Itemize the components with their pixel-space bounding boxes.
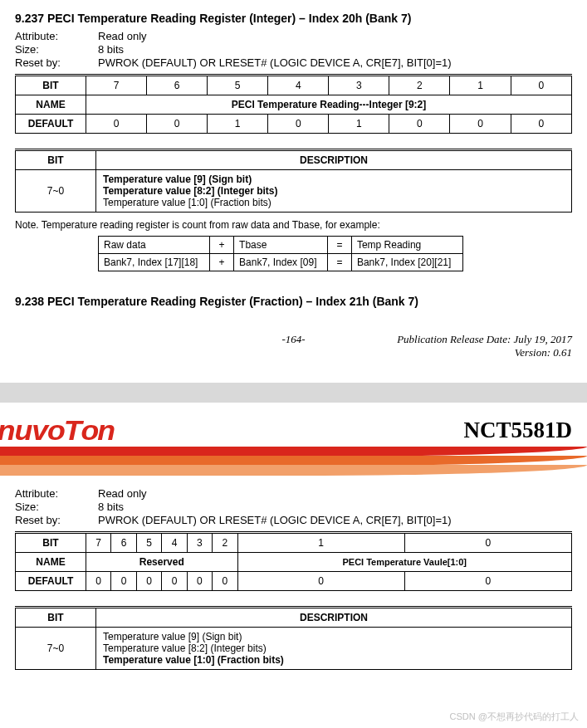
- desc-bit-range: 7~0: [16, 170, 96, 213]
- default-val: 0: [162, 572, 187, 591]
- attr-value: PWROK (DEFAULT) OR LRESET# (LOGIC DEVICE…: [98, 514, 452, 526]
- bit-header: BIT: [16, 76, 86, 95]
- bit-col: 2: [213, 533, 237, 553]
- attr-row-size: Size: 8 bits: [15, 501, 572, 513]
- attr-label: Attribute:: [15, 30, 98, 42]
- bit-col: 6: [111, 533, 136, 553]
- default-val: 0: [147, 115, 208, 134]
- attr-value: PWROK (DEFAULT) OR LRESET# (LOGIC DEVICE…: [98, 56, 452, 69]
- attr-label: Size:: [15, 501, 98, 513]
- bit-col: 3: [329, 76, 389, 95]
- bit-col: 4: [268, 76, 329, 95]
- bit-col: 6: [147, 76, 208, 95]
- bit-col: 5: [136, 533, 161, 553]
- desc-line: Temperature value [8:2] (Integer bits): [103, 642, 267, 654]
- bit-table-fraction: BIT 7 6 5 4 3 2 1 0 NAME Reserved PECI T…: [15, 531, 572, 591]
- name-span: PECI Temperature Reading---Integer [9:2]: [86, 95, 572, 115]
- attr-value: 8 bits: [98, 501, 124, 513]
- name-header: NAME: [16, 95, 86, 115]
- bit-table-integer: BIT 7 6 5 4 3 2 1 0 NAME PECI Temperatur…: [15, 74, 572, 134]
- desc-header: DESCRIPTION: [96, 150, 572, 170]
- ex-op: =: [327, 237, 351, 254]
- bit-col: 1: [237, 533, 404, 553]
- ex-cell: Raw data: [99, 237, 210, 254]
- default-val: 0: [404, 572, 571, 591]
- ex-cell: Bank7, Index [09]: [234, 254, 328, 271]
- desc-table-fraction: BIT DESCRIPTION 7~0 Temperature value [9…: [15, 606, 572, 670]
- bit-header: BIT: [16, 533, 86, 553]
- example-table: Raw data + Tbase = Temp Reading Bank7, I…: [98, 236, 463, 271]
- bit-col: 3: [187, 533, 212, 553]
- default-val: 1: [329, 115, 389, 134]
- default-val: 0: [237, 572, 404, 591]
- ex-op: +: [210, 254, 234, 271]
- attr-row-size: Size: 8 bits: [15, 43, 572, 56]
- default-val: 0: [511, 115, 571, 134]
- name-reserved: Reserved: [86, 553, 238, 572]
- note-text: Note. Temperature reading register is co…: [15, 219, 572, 231]
- bit-col: 1: [450, 76, 511, 95]
- section-title-9-237: 9.237 PECI Temperature Reading Register …: [15, 12, 572, 25]
- bit-col: 7: [86, 533, 111, 553]
- attr-value: 8 bits: [98, 43, 124, 56]
- attr-label: Size:: [15, 43, 98, 56]
- ex-op: +: [210, 237, 234, 254]
- desc-line: Temperature value [1:0] (Fraction bits): [103, 654, 284, 666]
- page-footer: -164- Publication Release Date: July 19,…: [15, 333, 572, 359]
- desc-bit-header: BIT: [16, 150, 96, 170]
- brand-swoosh: [0, 447, 587, 476]
- page-number: -164-: [15, 333, 572, 346]
- attr-row-reset: Reset by: PWROK (DEFAULT) OR LRESET# (LO…: [15, 56, 572, 69]
- bit-col: 0: [511, 76, 571, 95]
- nuvoton-logo: nuvoTon: [0, 414, 115, 447]
- ex-op: =: [327, 254, 351, 271]
- default-val: 0: [268, 115, 329, 134]
- ex-cell: Temp Reading: [351, 237, 462, 254]
- version: Version: 0.61: [515, 346, 572, 359]
- desc-bit-header: BIT: [16, 608, 96, 628]
- desc-bit-range: 7~0: [16, 628, 96, 670]
- default-val: 1: [208, 115, 268, 134]
- desc-text: Temperature value [9] (Sign bit) Tempera…: [96, 170, 572, 213]
- desc-line: Temperature value [8:2] (Integer bits): [103, 185, 278, 197]
- default-val: 0: [86, 115, 147, 134]
- attr-label: Attribute:: [15, 487, 98, 500]
- attr-row-attribute: Attribute: Read only: [15, 30, 572, 42]
- bit-col: 7: [86, 76, 147, 95]
- attr-row-attribute: Attribute: Read only: [15, 487, 572, 500]
- brand-header: nuvoTon NCT5581D: [15, 414, 572, 447]
- ex-cell: Bank7, Index [17][18]: [99, 254, 210, 271]
- ex-cell: Bank7, Index [20][21]: [351, 254, 462, 271]
- desc-text: Temperature value [9] (Sign bit) Tempera…: [96, 628, 572, 670]
- default-val: 0: [450, 115, 511, 134]
- bit-col: 0: [404, 533, 571, 553]
- default-header: DEFAULT: [16, 115, 86, 134]
- section-title-9-238: 9.238 PECI Temperature Reading Register …: [15, 295, 572, 308]
- name-peci-fraction: PECI Temperature Vaule[1:0]: [237, 553, 571, 572]
- attr-label: Reset by:: [15, 56, 98, 69]
- attr-value: Read only: [98, 30, 147, 42]
- bit-col: 4: [162, 533, 187, 553]
- desc-line: Temperature value [1:0] (Fraction bits): [103, 197, 271, 208]
- attr-row-reset: Reset by: PWROK (DEFAULT) OR LRESET# (LO…: [15, 514, 572, 526]
- default-val: 0: [86, 572, 111, 591]
- attr-value: Read only: [98, 487, 147, 500]
- ex-cell: Tbase: [234, 237, 328, 254]
- bit-col: 5: [208, 76, 268, 95]
- desc-header: DESCRIPTION: [96, 608, 572, 628]
- bit-col: 2: [389, 76, 450, 95]
- desc-line: Temperature value [9] (Sign bit): [103, 173, 252, 185]
- default-val: 0: [136, 572, 161, 591]
- name-header: NAME: [16, 553, 86, 572]
- desc-line: Temperature value [9] (Sign bit): [103, 631, 242, 642]
- page-break: [0, 383, 587, 403]
- default-header: DEFAULT: [16, 572, 86, 591]
- default-val: 0: [187, 572, 212, 591]
- desc-table-integer: BIT DESCRIPTION 7~0 Temperature value [9…: [15, 149, 572, 213]
- default-val: 0: [111, 572, 136, 591]
- default-val: 0: [389, 115, 450, 134]
- attr-label: Reset by:: [15, 514, 98, 526]
- part-number: NCT5581D: [463, 418, 572, 443]
- default-val: 0: [213, 572, 237, 591]
